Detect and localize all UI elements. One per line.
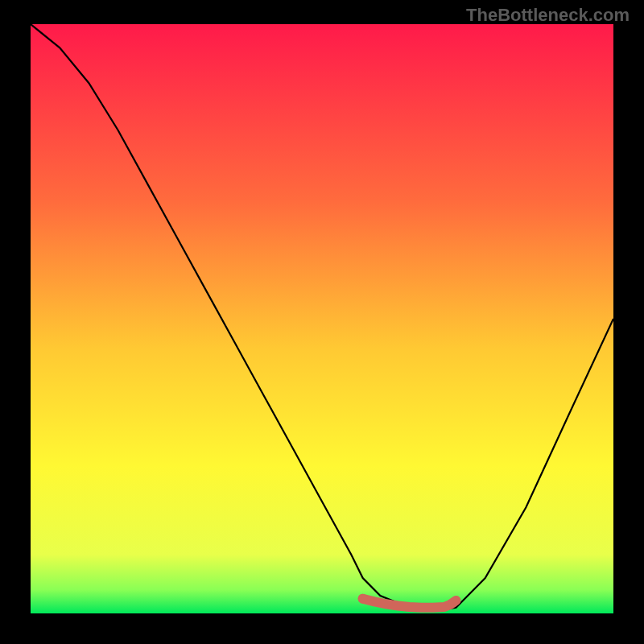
chart-background — [31, 24, 613, 613]
attribution-text: TheBottleneck.com — [466, 5, 630, 26]
chart-svg — [31, 24, 613, 613]
optimal-marker-start-dot — [358, 594, 368, 604]
chart-plot-area — [31, 24, 613, 613]
